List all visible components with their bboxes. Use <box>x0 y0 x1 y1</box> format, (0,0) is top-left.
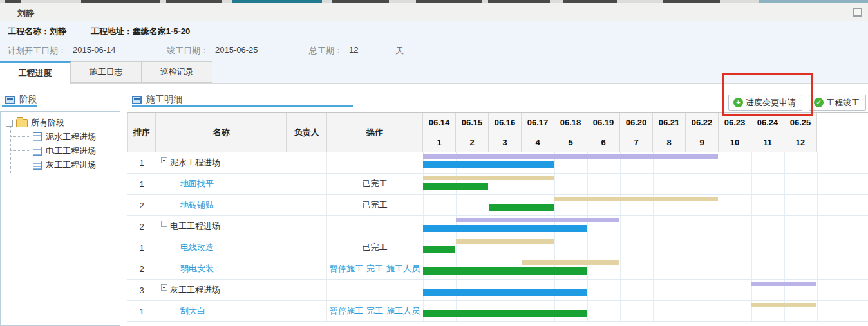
gantt-daynum-header: 9 <box>686 132 719 152</box>
gantt-bar-tan <box>751 303 816 307</box>
tab-project-progress[interactable]: 工程进度 <box>0 61 71 84</box>
operation-link[interactable]: 完工 <box>366 263 383 275</box>
gantt-daynum-header: 12 <box>784 132 817 152</box>
gantt-date-header: 06.21 <box>653 113 686 132</box>
gantt-bar-purple <box>423 154 718 159</box>
stage-table-icon <box>33 147 42 156</box>
gantt-daynum-header: 11 <box>751 132 784 152</box>
plan-start-date-field[interactable]: 2015-06-14 <box>70 45 140 57</box>
table-row: 2电工工程进场 <box>127 216 868 237</box>
col-owner-header: 负责人 <box>287 113 326 152</box>
gantt-daynum-header: 4 <box>522 132 554 152</box>
col-order-header: 排序 <box>127 113 156 152</box>
row-order: 2 <box>127 258 156 279</box>
gantt-date-header: 06.18 <box>554 113 587 132</box>
operation-link[interactable]: 暂停施工 <box>330 305 363 317</box>
row-order: 1 <box>127 174 156 194</box>
row-name-cell: 弱电安装 <box>156 258 287 279</box>
tab-bar: 工程进度施工日志巡检记录 <box>0 61 868 84</box>
detail-panel-title: 施工明细 <box>146 94 182 105</box>
tree-node-stage[interactable]: 泥水工程进场 <box>33 131 96 143</box>
row-name-cell: 电工工程进场 <box>156 216 287 237</box>
gantt-bar-blue <box>423 225 587 232</box>
row-operation-cell: 暂停施工完工施工人员 <box>326 301 423 321</box>
tree-connector <box>10 125 11 174</box>
gantt-bar-tan <box>522 260 619 265</box>
operation-status: 已完工 <box>363 199 388 211</box>
project-name-value: 刘静 <box>50 26 66 36</box>
tab-inspection-record[interactable]: 巡检记录 <box>142 61 212 83</box>
gantt-daynum-header: 7 <box>620 132 653 152</box>
operation-link[interactable]: 施工人员 <box>386 263 420 275</box>
gantt-date-header: 06.15 <box>456 113 489 132</box>
construction-detail-table: 排序名称负责人操作06.14106.15206.16306.17406.1850… <box>127 112 868 326</box>
operation-link[interactable]: 暂停施工 <box>330 263 363 275</box>
project-dates-form: 计划开工日期： 2015-06-14 竣工日期： 2015-06-25 总工期：… <box>8 45 404 60</box>
tree-connector <box>11 136 30 137</box>
total-duration-field[interactable]: 12 <box>346 45 386 57</box>
tree-node-stage[interactable]: 电工工程进场 <box>33 145 96 157</box>
gantt-date-header: 06.22 <box>686 113 719 132</box>
row-operation-cell: 已完工 <box>326 195 423 215</box>
gantt-bar-tan <box>456 239 554 244</box>
gantt-bar-tan <box>554 197 718 201</box>
gantt-date-header: 06.19 <box>587 113 620 132</box>
row-operation-cell: 已完工 <box>326 174 423 194</box>
task-name-link[interactable]: 地面找平 <box>180 178 214 190</box>
gantt-daynum-header: 8 <box>653 132 686 152</box>
restore-window-icon[interactable] <box>853 8 862 17</box>
operation-link[interactable]: 完工 <box>366 305 383 317</box>
collapse-icon[interactable] <box>161 221 167 227</box>
gantt-bar-tan <box>423 176 554 180</box>
tree-connector <box>11 165 30 165</box>
folder-icon <box>16 119 28 127</box>
table-row: 1刮大白暂停施工完工施工人员 <box>127 301 868 322</box>
progress-change-request-button[interactable]: +进度变更申请 <box>728 95 802 111</box>
group-name: 泥水工程进场 <box>170 157 220 168</box>
gantt-date-header: 06.24 <box>751 113 784 132</box>
gantt-daynum-header: 1 <box>423 132 456 152</box>
collapse-icon[interactable] <box>161 284 167 291</box>
operation-status: 已完工 <box>363 242 388 253</box>
collapse-icon[interactable] <box>161 157 167 163</box>
row-order: 1 <box>127 301 156 321</box>
project-completion-button[interactable]: ✓工程竣工 <box>809 95 866 111</box>
task-name-link[interactable]: 地砖铺贴 <box>180 199 214 211</box>
plus-icon: + <box>733 98 743 107</box>
detail-header-underline <box>132 105 353 107</box>
task-name-link[interactable]: 刮大白 <box>180 305 205 317</box>
tab-construction-log[interactable]: 施工日志 <box>71 61 142 83</box>
button-label: 工程竣工 <box>826 97 860 109</box>
tree-node-label: 所有阶段 <box>31 117 64 129</box>
row-order: 2 <box>127 216 156 237</box>
task-name-link[interactable]: 弱电安装 <box>180 263 214 275</box>
toolbar-buttons: +进度变更申请✓工程竣工 <box>728 95 866 111</box>
table-row: 2弱电安装暂停施工完工施工人员 <box>127 258 868 280</box>
collapse-icon[interactable] <box>6 120 13 127</box>
stages-header-underline <box>2 105 37 107</box>
operation-link[interactable]: 施工人员 <box>386 305 420 317</box>
row-name-cell: 刮大白 <box>156 301 287 321</box>
stage-table-icon <box>33 132 42 141</box>
window-title: 刘静 <box>17 8 34 19</box>
tabbar-baseline <box>0 83 868 84</box>
table-row: 1泥水工程进场 <box>127 152 868 174</box>
gantt-date-header: 06.20 <box>620 113 653 132</box>
tree-connector <box>11 150 30 151</box>
row-order: 1 <box>127 237 156 258</box>
table-body: 1泥水工程进场1地面找平已完工2地砖铺贴已完工2电工工程进场1电线改造已完工2弱… <box>127 152 868 322</box>
gantt-bar-green <box>423 246 455 253</box>
row-order: 1 <box>127 152 156 173</box>
project-name-label: 工程名称： <box>8 26 50 36</box>
gantt-daynum-header: 6 <box>587 132 620 152</box>
project-address-label: 工程地址： <box>91 26 133 36</box>
group-name: 电工工程进场 <box>170 221 220 232</box>
col-operation-header: 操作 <box>326 113 423 152</box>
gantt-date-header: 06.14 <box>423 113 456 132</box>
gantt-bar-purple <box>456 218 619 222</box>
gantt-date-header: 06.16 <box>489 113 522 132</box>
finish-date-field[interactable]: 2015-06-25 <box>212 45 282 57</box>
tree-node-all-stages[interactable]: 所有阶段 <box>6 117 64 129</box>
task-name-link[interactable]: 电线改造 <box>180 242 214 253</box>
tree-node-stage[interactable]: 灰工工程进场 <box>33 159 96 171</box>
